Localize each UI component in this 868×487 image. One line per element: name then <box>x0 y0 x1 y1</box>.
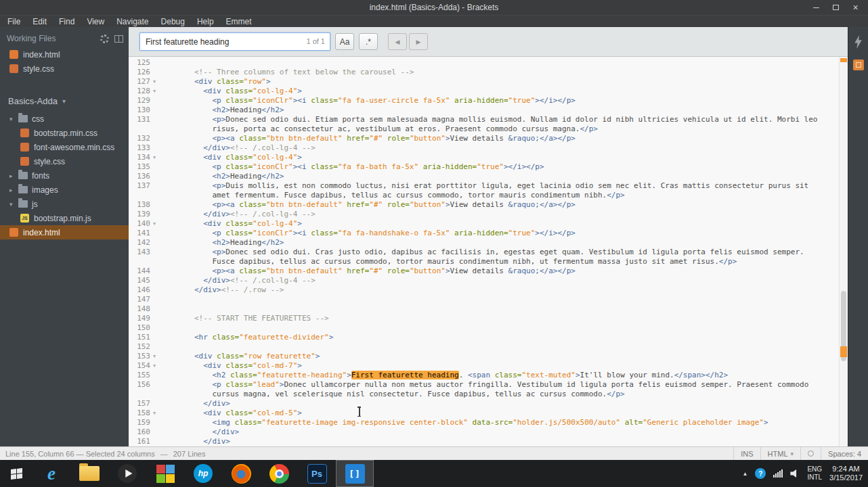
code-line[interactable]: 140▼<div class="col-lg-4"> <box>129 219 839 229</box>
overwrite-indicator[interactable]: INS <box>733 447 760 460</box>
start-button[interactable] <box>0 460 32 487</box>
code-line[interactable]: 142<h2>Heading</h2> <box>129 238 839 248</box>
code-line[interactable]: 127▼<div class="row"> <box>129 77 839 87</box>
code-line[interactable]: 151<hr class="featurette-divider"> <box>129 333 839 342</box>
code-line[interactable]: 150 <box>129 323 839 333</box>
live-preview-icon[interactable] <box>854 35 863 49</box>
collapse-icon[interactable]: ▾ <box>9 201 16 208</box>
search-input[interactable] <box>139 32 330 51</box>
code-line[interactable]: 125 <box>129 58 839 68</box>
working-file-style.css[interactable]: style.css <box>0 62 129 76</box>
internet-explorer-icon[interactable]: e <box>32 460 70 487</box>
code-lines[interactable]: 125126<!-- Three columns of text below t… <box>129 57 839 446</box>
expand-icon[interactable]: ▸ <box>9 187 16 193</box>
fold-arrow-icon[interactable]: ▼ <box>150 153 158 162</box>
hp-support-icon[interactable]: hp <box>184 460 222 487</box>
code-line[interactable]: 155<h2 class="featurette-heading">First … <box>129 371 839 380</box>
code-line[interactable]: 136<h2>Heading</h2> <box>129 172 839 181</box>
code-line[interactable]: 146</div><!-- /.row --> <box>129 285 839 295</box>
tree-item-bootstrap.min.js[interactable]: JSbootstrap.min.js <box>0 211 129 225</box>
tree-item-images[interactable]: ▸images <box>0 183 129 197</box>
code-line[interactable]: 132<p><a class="btn btn-default" href="#… <box>129 134 839 143</box>
tree-item-fonts[interactable]: ▸fonts <box>0 168 129 183</box>
code-line[interactable]: 129<p class="iconClr"><i class="fa fa-us… <box>129 96 839 106</box>
volume-icon[interactable] <box>790 469 800 478</box>
minimize-button[interactable] <box>806 0 826 15</box>
extension-manager-icon[interactable] <box>853 60 864 70</box>
fold-arrow-icon[interactable]: ▼ <box>150 361 158 371</box>
chrome-icon[interactable] <box>260 460 298 487</box>
fold-arrow-icon[interactable]: ▼ <box>150 87 158 96</box>
code-line[interactable]: 128▼<div class="col-lg-4"> <box>129 87 839 96</box>
code-line[interactable]: 149<!-- START THE FEATURETTES --> <box>129 314 839 323</box>
code-line[interactable]: 153▼<div class="row featurette"> <box>129 352 839 361</box>
code-line[interactable]: 141<p class="iconClr"><i class="fa fa-ha… <box>129 229 839 238</box>
working-file-index.html[interactable]: index.html <box>0 47 129 62</box>
vertical-scrollbar[interactable] <box>839 57 848 446</box>
code-line[interactable]: 157</div> <box>129 399 839 409</box>
tree-item-bootstrap.min.css[interactable]: bootstrap.min.css <box>0 126 129 140</box>
language-indicator[interactable]: ENG INTL <box>807 465 822 482</box>
tree-item-js[interactable]: ▾js <box>0 197 129 211</box>
menu-help[interactable]: Help <box>191 16 220 28</box>
project-dropdown[interactable]: Basics-Adda ▾ <box>0 76 129 112</box>
code-line[interactable]: 133</div><!-- /.col-lg-4 --> <box>129 143 839 153</box>
menu-find[interactable]: Find <box>53 16 81 28</box>
language-selector[interactable]: HTML ▾ <box>760 447 800 460</box>
code-line[interactable]: 154▼<div class="col-md-7"> <box>129 361 839 371</box>
tree-item-css[interactable]: ▾css <box>0 112 129 126</box>
fold-arrow-icon[interactable]: ▼ <box>150 219 158 229</box>
photoshop-icon[interactable]: Ps <box>298 460 336 487</box>
clock[interactable]: 9:24 AM 3/15/2017 <box>829 465 863 482</box>
show-hidden-icons-button[interactable]: ▲ <box>742 471 747 477</box>
lint-status[interactable] <box>800 447 821 460</box>
tree-item-font-awesome.min.css[interactable]: font-awesome.min.css <box>0 140 129 154</box>
code-line[interactable]: 139</div><!-- /.col-lg-4 --> <box>129 210 839 219</box>
find-previous-button[interactable]: ◀ <box>388 33 407 50</box>
photos-app-icon[interactable] <box>146 460 184 487</box>
menu-debug[interactable]: Debug <box>155 16 191 28</box>
tree-item-style.css[interactable]: style.css <box>0 154 129 168</box>
menu-emmet[interactable]: Emmet <box>220 16 258 28</box>
gear-icon[interactable] <box>100 34 109 43</box>
code-line[interactable]: 148 <box>129 304 839 314</box>
expand-icon[interactable]: ▸ <box>9 172 16 179</box>
maximize-button[interactable] <box>826 0 846 15</box>
code-line[interactable]: 152 <box>129 342 839 352</box>
brackets-taskbar-icon[interactable]: [] <box>336 460 374 487</box>
regex-button[interactable]: .* <box>359 33 378 50</box>
code-line[interactable]: 156<p class="lead">Donec ullamcorper nul… <box>129 380 839 399</box>
close-button[interactable]: × <box>846 0 865 15</box>
code-line[interactable]: 147 <box>129 295 839 304</box>
code-line[interactable]: 131<p>Donec sed odio dui. Etiam porta se… <box>129 115 839 134</box>
case-sensitive-button[interactable]: Aa <box>335 33 354 50</box>
code-line[interactable]: 138<p><a class="btn btn-default" href="#… <box>129 200 839 210</box>
code-line[interactable]: 134▼<div class="col-lg-4"> <box>129 153 839 162</box>
code-line[interactable]: 130<h2>Heading</h2> <box>129 106 839 115</box>
code-line[interactable]: 137<p>Duis mollis, est non commodo luctu… <box>129 181 839 200</box>
menu-navigate[interactable]: Navigate <box>110 16 154 28</box>
collapse-icon[interactable]: ▾ <box>9 116 16 122</box>
network-icon[interactable] <box>773 469 783 478</box>
fold-arrow-icon[interactable]: ▼ <box>150 352 158 361</box>
code-line[interactable]: 135<p class="iconClr"><i class="fa fa-ba… <box>129 162 839 172</box>
code-line[interactable]: 126<!-- Three columns of text below the … <box>129 68 839 77</box>
firefox-icon[interactable] <box>222 460 260 487</box>
code-line[interactable]: 158▼<div class="col-md-5"> <box>129 409 839 418</box>
menu-edit[interactable]: Edit <box>26 16 53 28</box>
file-explorer-icon[interactable] <box>70 460 108 487</box>
tray-help-icon[interactable]: ? <box>755 468 766 479</box>
code-line[interactable]: 161</div> <box>129 437 839 446</box>
code-line[interactable]: 144<p><a class="btn btn-default" href="#… <box>129 266 839 276</box>
code-line[interactable]: 145</div><!-- /.col-lg-4 --> <box>129 276 839 285</box>
indent-setting[interactable]: Spaces: 4 <box>821 447 868 460</box>
tree-item-index.html[interactable]: index.html <box>0 225 129 239</box>
find-next-button[interactable]: ▶ <box>409 33 428 50</box>
code-line[interactable]: 160</div> <box>129 427 839 437</box>
split-view-icon[interactable] <box>114 35 123 43</box>
menu-view[interactable]: View <box>81 16 110 28</box>
code-line[interactable]: 143<p>Donec sed odio dui. Cras justo odi… <box>129 248 839 266</box>
media-player-icon[interactable] <box>108 460 146 487</box>
code-line[interactable]: 159<img class="featurette-image img-resp… <box>129 418 839 427</box>
menu-file[interactable]: File <box>1 16 26 28</box>
